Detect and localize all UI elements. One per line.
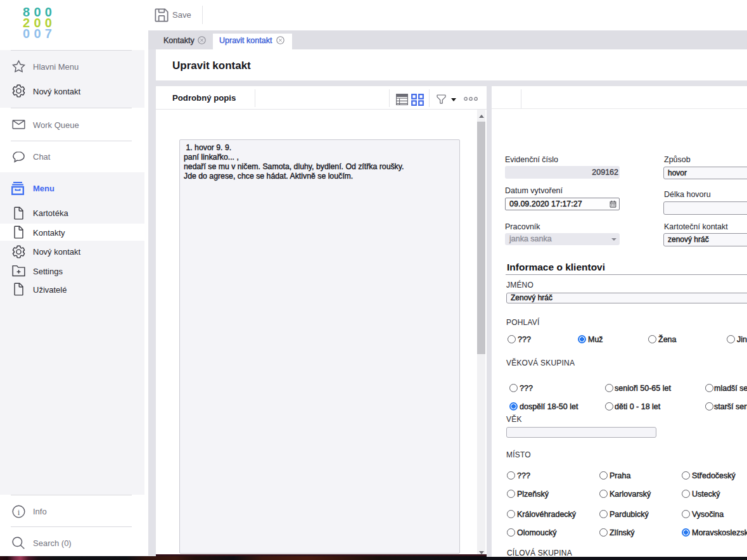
svg-text:i: i <box>17 507 20 517</box>
